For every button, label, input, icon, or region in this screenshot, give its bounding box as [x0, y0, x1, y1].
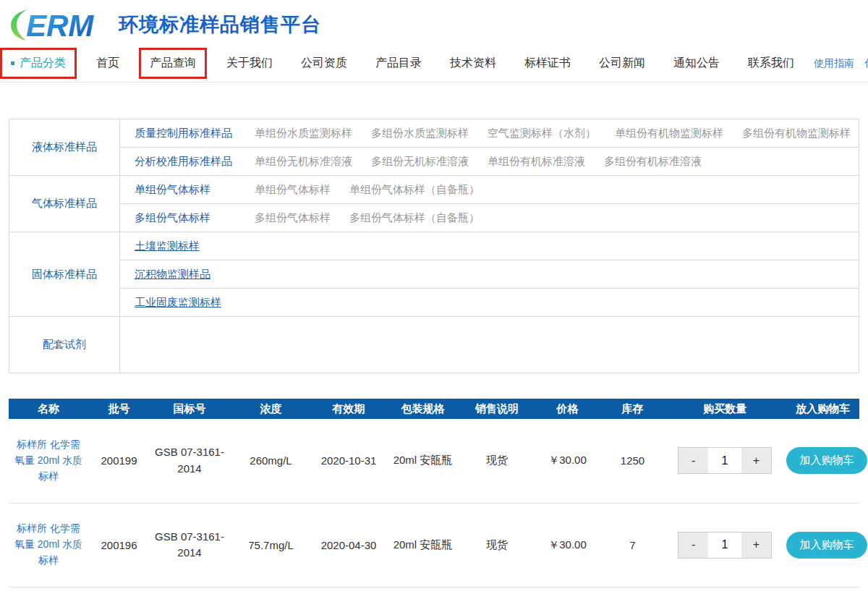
category-link[interactable]: 单组份气体标样 — [135, 183, 255, 197]
product-name-link[interactable]: 标样所 化学需氧量 20ml 水质标样 — [12, 521, 85, 568]
quantity-value[interactable]: 1 — [708, 448, 741, 473]
category-group-reagents: 配套试剂 — [9, 317, 120, 373]
col-header-concentration: 浓度 — [229, 399, 312, 419]
nav-item-about-us[interactable]: 关于我们 — [218, 50, 281, 77]
col-header-expiry: 有效期 — [312, 399, 385, 419]
stock-value: 1250 — [602, 419, 663, 503]
nav-item-label: 产品目录 — [375, 56, 422, 69]
nav-item-label: 联系我们 — [748, 56, 794, 69]
quantity-stepper[interactable]: - 1 + — [678, 447, 772, 474]
bullet-icon — [11, 61, 14, 65]
nav-item-home[interactable]: 首页 — [88, 50, 128, 77]
col-header-name: 名称 — [9, 399, 88, 419]
category-item[interactable]: 多组份气体标样 — [255, 211, 331, 225]
nav-item-label: 关于我们 — [226, 56, 273, 69]
category-table: 液体标准样品 质量控制用标准样品 单组份水质监测标样 多组份水质监测标样 空气监… — [9, 119, 859, 373]
package-spec: 20ml 安瓿瓶 — [385, 419, 461, 503]
category-link[interactable]: 多组份气体标样 — [135, 211, 255, 225]
nav-item-label: 技术资料 — [450, 56, 496, 69]
quantity-value[interactable]: 1 — [708, 533, 741, 558]
category-link[interactable]: 分析校准用标准样品 — [135, 155, 255, 169]
category-item[interactable]: 单组份无机标准溶液 — [255, 155, 352, 169]
nav-item-label: 产品查询 — [150, 56, 196, 69]
nav-item-company-qualification[interactable]: 公司资质 — [292, 50, 356, 77]
category-item[interactable]: 多组份水质监测标样 — [371, 127, 469, 140]
category-group-solid: 固体标准样品 — [9, 232, 120, 317]
product-table-header: 名称 批号 国标号 浓度 有效期 包装规格 销售说明 价格 库存 购买数量 放入… — [9, 399, 859, 419]
decrement-button[interactable]: - — [678, 533, 708, 558]
category-item[interactable]: 单组份水质监测标样 — [255, 127, 352, 140]
category-link[interactable]: 沉积物监测样品 — [135, 268, 255, 281]
nav-item-label: 标样证书 — [524, 56, 571, 69]
gsb-number: GSB 07-3161-2014 — [153, 444, 226, 477]
product-row: 标样所 化学需氧量 20ml 水质标样 200196 GSB 07-3161-2… — [9, 503, 859, 587]
sale-note: 现货 — [461, 503, 533, 587]
expiry-date: 2020-10-31 — [312, 419, 385, 503]
nav-item-product-category[interactable]: 产品分类 — [0, 48, 77, 79]
link-user-guide[interactable]: 使用指南 — [814, 57, 854, 70]
category-item[interactable]: 多组份气体标样（自备瓶） — [349, 211, 480, 225]
quantity-stepper[interactable]: - 1 + — [678, 532, 772, 559]
link-payment-method[interactable]: 付款方式 — [864, 57, 868, 70]
category-item[interactable]: 单组份有机标准溶液 — [488, 155, 585, 169]
nav-item-contact-us[interactable]: 联系我们 — [739, 50, 803, 77]
category-link[interactable]: 工业固废监测标样 — [135, 296, 255, 310]
site-header: ERM 环境标准样品销售平台 — [0, 0, 868, 45]
category-row: 分析校准用标准样品 单组份无机标准溶液 多组份无机标准溶液 单组份有机标准溶液 … — [9, 148, 859, 176]
expiry-date: 2020-04-30 — [312, 503, 385, 587]
category-link[interactable]: 质量控制用标准样品 — [135, 127, 255, 140]
site-title: 环境标准样品销售平台 — [119, 12, 321, 38]
col-header-add-to-cart: 放入购物车 — [786, 399, 859, 419]
decrement-button[interactable]: - — [678, 448, 708, 473]
category-group-gas: 气体标准样品 — [9, 176, 120, 232]
category-item[interactable]: 单组份有机物监测标样 — [615, 127, 723, 140]
nav-item-label: 通知公告 — [673, 56, 720, 69]
category-link[interactable]: 土壤监测标样 — [135, 239, 255, 253]
nav-utility-links: 使用指南 付款方式 — [814, 57, 868, 70]
concentration-value: 75.7mg/L — [229, 503, 312, 587]
category-row: 液体标准样品 质量控制用标准样品 单组份水质监测标样 多组份水质监测标样 空气监… — [9, 119, 859, 148]
col-header-quantity: 购买数量 — [663, 399, 786, 419]
increment-button[interactable]: + — [741, 533, 771, 558]
product-name-link[interactable]: 标样所 化学需氧量 20ml 水质标样 — [12, 437, 85, 484]
main-nav: 产品分类 首页 产品查询 关于我们 公司资质 产品目录 技术资料 标样证书 公司… — [0, 45, 868, 82]
nav-item-product-search[interactable]: 产品查询 — [139, 48, 207, 79]
category-item[interactable]: 单组份气体标样（自备瓶） — [349, 183, 480, 197]
category-row: 配套试剂 — [9, 317, 859, 373]
category-item[interactable]: 多组份有机物监测标样 — [742, 127, 851, 140]
category-row: 多组份气体标样 多组份气体标样 多组份气体标样（自备瓶） — [9, 204, 859, 232]
product-table: 名称 批号 国标号 浓度 有效期 包装规格 销售说明 价格 库存 购买数量 放入… — [9, 399, 859, 587]
category-group-liquid: 液体标准样品 — [9, 119, 120, 176]
nav-item-company-news[interactable]: 公司新闻 — [590, 50, 654, 77]
nav-item-label: 产品分类 — [20, 56, 66, 69]
increment-button[interactable]: + — [741, 448, 771, 473]
sale-note: 现货 — [461, 419, 533, 503]
add-to-cart-button[interactable]: 加入购物车 — [786, 532, 867, 559]
price-value: ￥30.00 — [533, 503, 602, 587]
nav-item-technical-materials[interactable]: 技术资料 — [441, 50, 505, 77]
nav-item-label: 公司新闻 — [599, 56, 645, 69]
category-item[interactable]: 多组份无机标准溶液 — [371, 155, 469, 169]
nav-item-notices[interactable]: 通知公告 — [665, 50, 728, 77]
nav-item-product-catalog[interactable]: 产品目录 — [367, 50, 430, 77]
nav-item-label: 首页 — [96, 56, 119, 69]
concentration-value: 260mg/L — [229, 419, 312, 503]
batch-number: 200196 — [88, 503, 150, 587]
brand-logo-icon: ERM — [10, 7, 110, 42]
add-to-cart-button[interactable]: 加入购物车 — [786, 447, 867, 474]
nav-item-sample-certificates[interactable]: 标样证书 — [516, 50, 579, 77]
nav-item-label: 公司资质 — [301, 56, 347, 69]
col-header-stock: 库存 — [602, 399, 663, 419]
col-header-sale-note: 销售说明 — [461, 399, 533, 419]
category-item[interactable]: 多组份有机标准溶液 — [604, 155, 702, 169]
col-header-batch: 批号 — [88, 399, 150, 419]
category-item[interactable]: 空气监测标样（水剂） — [488, 127, 596, 140]
category-row: 固体标准样品 土壤监测标样 — [9, 232, 859, 260]
category-row: 沉积物监测样品 — [9, 260, 859, 289]
empty-cell — [120, 317, 859, 373]
brand-logo-text: ERM — [26, 9, 94, 42]
product-row: 标样所 化学需氧量 20ml 水质标样 200199 GSB 07-3161-2… — [9, 419, 859, 503]
category-item[interactable]: 单组份气体标样 — [255, 183, 331, 197]
stock-value: 7 — [602, 503, 663, 587]
col-header-gsb: 国标号 — [150, 399, 229, 419]
